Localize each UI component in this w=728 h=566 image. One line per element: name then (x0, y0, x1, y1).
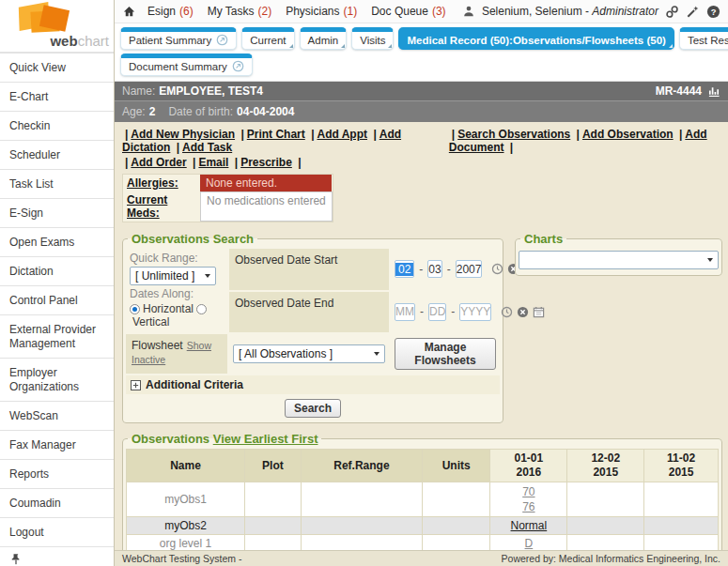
separator: - (419, 263, 423, 276)
menu-item-esign[interactable]: Esign(6) (147, 5, 194, 18)
home-icon[interactable] (122, 5, 136, 19)
sidebar-item-e-chart[interactable]: E-Chart (0, 82, 114, 111)
tab-admin[interactable]: Admin (300, 27, 348, 50)
date-start-inputs: 02 - 03 - 2007 (391, 249, 500, 290)
add-new-physician-link[interactable]: Add New Physician (131, 128, 235, 141)
sidebar-item-control-panel[interactable]: Control Panel (0, 285, 114, 314)
date-end-day-input[interactable]: DD (428, 303, 446, 321)
date-start-year-input[interactable]: 2007 (456, 260, 483, 278)
add-appt-link[interactable]: Add Appt (317, 128, 367, 141)
date-start-day-input[interactable]: 03 (427, 260, 441, 278)
popout-icon[interactable] (232, 60, 244, 72)
tab-medical-record-observations[interactable]: Medical Record (50):Observations/Flowshe… (398, 27, 674, 50)
date-start-label: Observed Date Start (229, 249, 389, 290)
sidebar-item-open-exams[interactable]: Open Exams (0, 227, 114, 256)
menu-label: Physicians (286, 5, 339, 18)
sidebar-pin-button[interactable] (0, 546, 114, 566)
clear-date-icon[interactable] (517, 306, 529, 318)
sidebar-item-checkin[interactable]: Checkin (0, 111, 114, 140)
menu-item-physicians[interactable]: Physicians(1) (286, 5, 357, 18)
patient-name-value: EMPLOYEE, TEST4 (159, 84, 263, 98)
tab-document-summary[interactable]: Document Summary (120, 54, 253, 76)
footer-right-text: Powered by: Medical Informatics Engineer… (502, 553, 720, 564)
add-task-link[interactable]: Add Task (182, 141, 232, 154)
tab-patient-summary[interactable]: Patient Summary (120, 27, 237, 50)
observations-search-legend: Observations Search (128, 232, 257, 246)
sidebar-item-e-sign[interactable]: E-Sign (0, 198, 114, 227)
search-observations-link[interactable]: Search Observations (457, 128, 570, 141)
obs-value-link[interactable]: 76 (493, 499, 564, 514)
additional-criteria-row[interactable]: Additional Criteria (126, 375, 500, 394)
add-observation-link[interactable]: Add Observation (582, 128, 674, 141)
tab-current[interactable]: Current (241, 27, 294, 50)
tab-test-results[interactable]: Test Results (679, 27, 728, 50)
add-order-link[interactable]: Add Order (131, 156, 186, 169)
col-date-3: 11-022015 (644, 450, 719, 482)
search-button[interactable]: Search (285, 399, 341, 418)
action-links-row-1: |Add New Physician |Print Chart |Add App… (122, 128, 722, 154)
sidebar-item-external-provider-management[interactable]: External Provider Management (0, 314, 114, 358)
view-earliest-first-link[interactable]: View Earliest First (213, 432, 318, 446)
menu-count: (2) (258, 5, 272, 18)
sidebar-item-logout[interactable]: Logout (0, 517, 114, 546)
date-end-year-input[interactable]: YYYY (459, 303, 491, 321)
calendar-icon[interactable] (533, 306, 545, 318)
tab-label: Admin (308, 35, 339, 46)
manage-flowsheets-cell: Manage Flowsheets (391, 334, 500, 374)
action-links-row-2: |Add Order |Email |Prescribe | (122, 156, 722, 169)
sidebar-item-webscan[interactable]: WebScan (0, 401, 114, 430)
email-link[interactable]: Email (198, 156, 228, 169)
tab-label: Document Summary (129, 61, 227, 72)
quick-range-label: Quick Range: (130, 252, 198, 265)
help-icon[interactable]: ? (706, 5, 720, 19)
patient-info-bar: Age:2 Date of birth:04-04-2004 (115, 101, 728, 122)
current-meds-link[interactable]: Current Meds: (127, 193, 167, 220)
expand-plus-icon[interactable] (131, 380, 141, 390)
obs-value-link[interactable]: D (525, 537, 534, 550)
date-start-month-input[interactable]: 02 (395, 260, 414, 278)
popout-icon[interactable] (216, 34, 228, 46)
dates-along-horizontal-radio[interactable] (130, 304, 140, 314)
flowsheet-select[interactable]: [ All Observations ] (233, 344, 385, 363)
separator: - (451, 305, 455, 318)
wand-icon[interactable] (686, 5, 700, 19)
sidebar-item-quick-view[interactable]: Quick View (0, 53, 114, 82)
sidebar-item-fax-manager[interactable]: Fax Manager (0, 430, 114, 459)
obs-value-link[interactable]: 70 (493, 484, 564, 499)
separator: | (311, 128, 314, 141)
obs-value-link[interactable]: Normal (511, 519, 548, 532)
sidebar-item-coumadin[interactable]: Coumadin (0, 488, 114, 517)
separator: - (447, 263, 451, 276)
horizontal-radio-label: Horizontal (143, 302, 194, 315)
date-end-month-input[interactable]: MM (395, 303, 415, 321)
allergies-link[interactable]: Allergies: (127, 176, 178, 190)
obs-name: org level 1 (127, 535, 245, 550)
clock-icon[interactable] (501, 306, 513, 318)
flowsheet-label: FlowsheetShow Inactive (126, 334, 227, 374)
tab-label: Patient Summary (129, 35, 211, 46)
menu-item-doc-queue[interactable]: Doc Queue(3) (371, 5, 445, 18)
print-chart-link[interactable]: Print Chart (247, 128, 305, 141)
manage-flowsheets-button[interactable]: Manage Flowsheets (395, 338, 496, 370)
charts-fieldset: Charts (515, 232, 722, 276)
dates-along-vertical-radio[interactable] (196, 304, 207, 314)
prescribe-link[interactable]: Prescribe (240, 156, 292, 169)
sidebar-item-employer-organizations[interactable]: Employer Organizations (0, 358, 114, 401)
quick-range-select[interactable]: [ Unlimited ] (130, 267, 216, 285)
webchart-logo[interactable]: webchart (0, 0, 114, 53)
observations-table: Name Plot Ref.Range Units 01-012016 12-0… (126, 449, 719, 550)
charts-select[interactable] (519, 251, 719, 269)
sidebar-item-scheduler[interactable]: Scheduler (0, 140, 114, 169)
sidebar-item-dictation[interactable]: Dictation (0, 256, 114, 285)
topbar-right: Selenium, Selenium - Administrator ? (462, 5, 720, 19)
clock-icon[interactable] (491, 263, 503, 275)
menu-label: My Tasks (208, 5, 255, 18)
sidebar-item-reports[interactable]: Reports (0, 459, 114, 488)
sidebar-item-task-list[interactable]: Task List (0, 169, 114, 198)
col-units: Units (422, 450, 489, 482)
bar-chart-icon[interactable] (707, 84, 720, 98)
footer-left-text: WebChart Testing System - (122, 553, 241, 564)
link-icon[interactable] (665, 5, 679, 19)
tab-visits[interactable]: Visits (351, 27, 394, 50)
menu-item-my-tasks[interactable]: My Tasks(2) (208, 5, 271, 18)
